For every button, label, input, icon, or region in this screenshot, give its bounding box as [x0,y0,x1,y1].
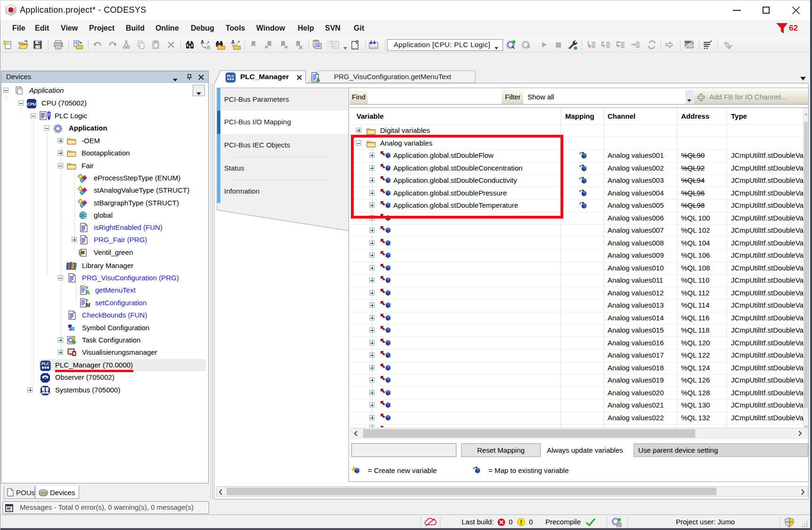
svg-text:CPU: CPU [27,102,36,106]
svg-text:A: A [201,40,204,45]
svg-text:A: A [86,289,90,295]
svg-text:B: B [207,45,210,50]
svg-text:A: A [231,40,235,45]
svg-text:M: M [86,302,90,308]
svg-text:A: A [316,77,320,82]
svg-text:PLC: PLC [227,74,235,78]
svg-text:PLC: PLC [41,361,49,366]
